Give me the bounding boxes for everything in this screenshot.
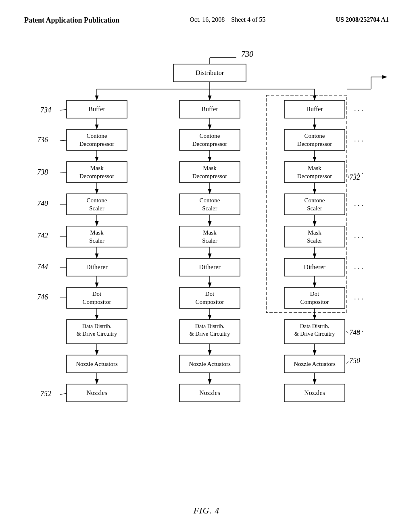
svg-text:Data Distrib.: Data Distrib. [300,323,329,329]
svg-text:Data Distrib.: Data Distrib. [195,323,224,329]
svg-line-76 [60,172,67,173]
svg-text:Mask: Mask [203,229,217,236]
svg-line-74 [60,109,67,110]
ref-750: 750 [349,357,360,365]
ref-740: 740 [37,200,48,208]
svg-text:Decompressor: Decompressor [297,141,332,147]
svg-text:Scaler: Scaler [307,237,322,244]
mask-decompressor-label1-1: Mask [90,165,104,171]
svg-text:Compositor: Compositor [83,299,111,305]
ref-746: 746 [37,293,48,301]
svg-text:Decompressor: Decompressor [192,141,227,147]
svg-text:Scaler: Scaler [89,237,104,244]
header-center: Oct. 16, 2008 Sheet 4 of 55 [190,16,265,23]
ref-748: 748 [349,328,360,337]
patent-diagram: 730 Distributor Buffer Contone Decompres… [0,33,413,476]
svg-text:Mask: Mask [308,165,321,171]
publication-label: Patent Application Publication [24,16,119,25]
svg-text:Decompressor: Decompressor [79,141,115,147]
svg-text:Dot: Dot [205,291,215,297]
svg-text:Nozzles: Nozzles [199,389,220,396]
svg-text:& Drive Circuitry: & Drive Circuitry [190,331,230,337]
dot-compositor-label1-1: Dot [92,291,102,297]
ref-752: 752 [40,390,51,398]
svg-text:Contone: Contone [305,133,325,139]
svg-text:Decompressor: Decompressor [79,173,115,179]
svg-text:Nozzle Actuators: Nozzle Actuators [294,361,336,367]
nozzle-actuators-label-1: Nozzle Actuators [76,361,118,367]
buffer-label-3: Buffer [306,106,323,112]
ref-732: 732 [349,173,360,181]
ref-742: 742 [37,232,48,240]
ref-734: 734 [40,106,51,114]
diagram-area: 730 Distributor Buffer Contone Decompres… [0,33,413,476]
svg-text:& Drive Circuitry: & Drive Circuitry [77,331,117,337]
svg-text:Nozzles: Nozzles [304,389,325,396]
svg-text:Contone: Contone [200,133,220,139]
sheet-info: Sheet 4 of 55 [231,16,265,23]
svg-text:Contone: Contone [305,197,325,204]
nozzles-label-1: Nozzles [86,389,107,396]
svg-text:Scaler: Scaler [202,205,217,212]
svg-line-75 [60,140,67,141]
dots-contone-decomp: . . . [354,135,363,143]
label-730: 730 [241,50,253,58]
svg-text:Decompressor: Decompressor [192,173,227,179]
dots-ditherer: . . . [354,263,363,271]
dots-buffer: . . . [354,105,363,113]
ref-744: 744 [37,263,48,271]
svg-text:Dot: Dot [310,291,319,297]
page-header: Patent Application Publication Oct. 16, … [0,0,413,25]
buffer-label-1: Buffer [88,106,105,112]
figure-caption: FIG. 4 [194,505,220,516]
ref-736: 736 [37,136,48,144]
svg-text:Compositor: Compositor [196,299,224,305]
dots-mask-scaler: . . . [354,232,363,240]
dots-dot-compositor: . . . [354,293,363,301]
svg-line-84 [348,174,348,178]
svg-text:Scaler: Scaler [89,205,104,212]
svg-text:Compositor: Compositor [300,299,329,305]
contone-scaler-label1-1: Contone [87,197,107,204]
svg-text:Ditherer: Ditherer [199,264,221,270]
svg-line-83 [60,393,67,395]
patent-number: US 2008/252704 A1 [336,16,389,23]
svg-text:Scaler: Scaler [307,205,322,212]
svg-text:Ditherer: Ditherer [304,264,325,270]
svg-line-81 [346,331,348,333]
svg-text:Contone: Contone [200,197,220,204]
svg-text:Scaler: Scaler [202,237,217,244]
data-distrib-label1-1: Data Distrib. [82,323,111,329]
contone-decompressor-label1-1: Contone [87,133,107,139]
svg-line-82 [346,362,348,364]
ditherer-label-1: Ditherer [86,264,108,270]
mask-scaler-label1-1: Mask [90,229,104,236]
svg-text:Mask: Mask [308,229,321,236]
svg-text:Mask: Mask [203,165,217,171]
distributor-label: Distributor [196,69,224,76]
ref-738: 738 [37,168,48,176]
svg-text:& Drive Circuitry: & Drive Circuitry [294,331,335,337]
svg-text:Nozzle Actuators: Nozzle Actuators [189,361,231,367]
buffer-label-2: Buffer [201,106,218,112]
dots-contone-scaler: . . . [354,200,363,208]
publication-date: Oct. 16, 2008 [190,16,225,23]
svg-text:Decompressor: Decompressor [297,173,332,179]
